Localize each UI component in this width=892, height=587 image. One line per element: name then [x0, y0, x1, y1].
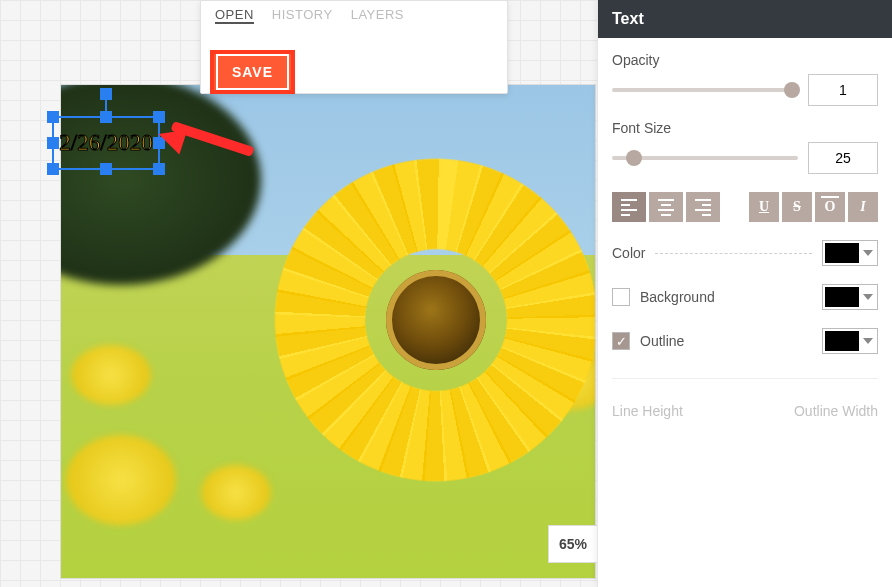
opacity-label: Opacity — [612, 52, 878, 68]
rotate-handle-line — [105, 98, 107, 112]
font-size-input[interactable] — [808, 142, 878, 174]
tab-history[interactable]: HISTORY — [272, 7, 333, 24]
overline-icon — [821, 196, 839, 198]
text-align-group — [612, 192, 720, 222]
background-checkbox[interactable] — [612, 288, 630, 306]
sunflower — [271, 155, 596, 485]
font-size-slider[interactable] — [612, 156, 798, 160]
color-preview — [825, 287, 859, 307]
sidebar-title: Text — [598, 0, 892, 38]
align-center-icon — [658, 199, 674, 216]
opacity-slider-thumb[interactable] — [784, 82, 800, 98]
text-selection-box[interactable]: 2/26/2020 — [52, 116, 160, 170]
opacity-input[interactable] — [808, 74, 878, 106]
resize-handle-t[interactable] — [100, 111, 112, 123]
text-style-group: U S O I — [749, 192, 878, 222]
tab-layers[interactable]: LAYERS — [351, 7, 404, 24]
resize-handle-l[interactable] — [47, 137, 59, 149]
chevron-down-icon — [863, 338, 873, 344]
outline-swatch[interactable] — [822, 328, 878, 354]
color-label: Color — [612, 245, 645, 261]
align-left-button[interactable] — [612, 192, 646, 222]
outline-label: Outline — [640, 333, 684, 349]
resize-handle-b[interactable] — [100, 163, 112, 175]
date-text[interactable]: 2/26/2020 — [54, 118, 158, 168]
align-center-button[interactable] — [649, 192, 683, 222]
bg-blossom — [66, 435, 176, 525]
outline-checkbox[interactable]: ✓ — [612, 332, 630, 350]
outline-width-label: Outline Width — [794, 403, 878, 419]
italic-button[interactable]: I — [848, 192, 878, 222]
font-size-slider-thumb[interactable] — [626, 150, 642, 166]
tab-open[interactable]: OPEN — [215, 7, 254, 24]
bg-blossom — [71, 345, 151, 405]
align-right-icon — [695, 199, 711, 216]
align-right-button[interactable] — [686, 192, 720, 222]
color-preview — [825, 243, 859, 263]
underline-button[interactable]: U — [749, 192, 779, 222]
save-button[interactable]: SAVE — [216, 54, 289, 90]
divider — [612, 378, 878, 379]
text-sidebar: Text Opacity Font Size — [597, 0, 892, 587]
resize-handle-tl[interactable] — [47, 111, 59, 123]
overline-letter: O — [825, 199, 836, 215]
save-button-highlight: SAVE — [210, 50, 295, 94]
line-height-label: Line Height — [612, 403, 683, 419]
zoom-level: 65% — [559, 536, 587, 552]
rotate-handle[interactable] — [100, 88, 112, 100]
resize-handle-bl[interactable] — [47, 163, 59, 175]
align-left-icon — [621, 199, 637, 216]
opacity-slider[interactable] — [612, 88, 798, 92]
font-size-label: Font Size — [612, 120, 878, 136]
background-swatch[interactable] — [822, 284, 878, 310]
color-preview — [825, 331, 859, 351]
color-swatch[interactable] — [822, 240, 878, 266]
chevron-down-icon — [863, 294, 873, 300]
strike-button[interactable]: S — [782, 192, 812, 222]
background-label: Background — [640, 289, 715, 305]
chevron-down-icon — [863, 250, 873, 256]
divider — [655, 253, 812, 254]
resize-handle-br[interactable] — [153, 163, 165, 175]
overline-button[interactable]: O — [815, 192, 845, 222]
bg-blossom — [201, 465, 271, 520]
